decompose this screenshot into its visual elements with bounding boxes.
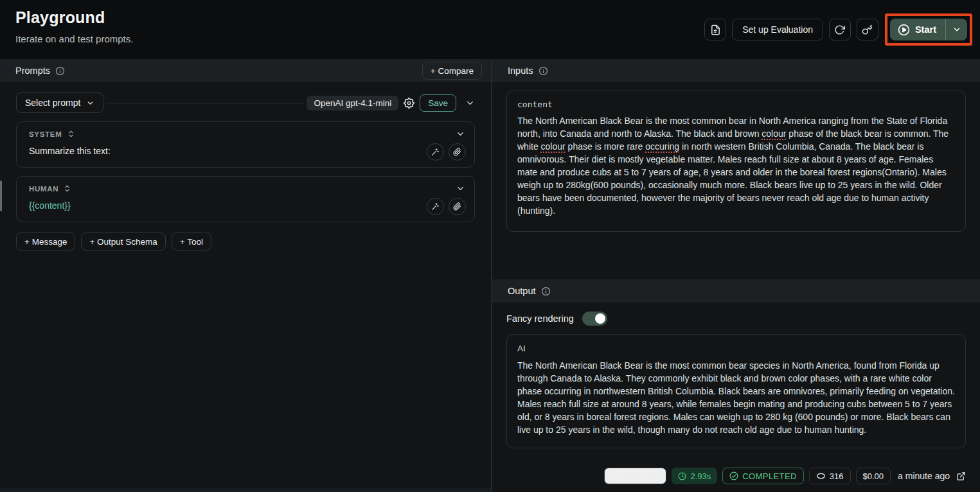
reset-button[interactable]: [829, 19, 851, 40]
token-icon: [816, 472, 826, 480]
human-message-card: HUMAN {{content}}: [16, 176, 475, 222]
token-count: 316: [830, 471, 844, 481]
paperclip-icon: [453, 148, 461, 156]
compare-button[interactable]: + Compare: [422, 62, 482, 80]
model-badge[interactable]: OpenAI gpt-4.1-mini: [307, 96, 398, 110]
add-buttons-row: + Message + Output Schema + Tool: [16, 233, 475, 250]
io-panel: Inputs content The North American Black …: [492, 59, 980, 492]
run-status-row: Annotate 2.93s COMPLETED: [604, 468, 966, 484]
add-output-schema-button[interactable]: + Output Schema: [81, 233, 165, 250]
prompt-toolbar: Select prompt OpenAI gpt-4.1-mini Save: [16, 92, 475, 113]
toolbar-divider: [106, 103, 304, 103]
paperclip-icon: [453, 202, 461, 211]
select-prompt-dropdown[interactable]: Select prompt: [16, 92, 103, 113]
ai-role-label: AI: [517, 344, 955, 353]
start-button-label: Start: [915, 24, 936, 35]
setup-evaluation-button[interactable]: Set up Evaluation: [732, 19, 823, 40]
start-button[interactable]: Start: [890, 19, 945, 40]
select-prompt-label: Select prompt: [25, 98, 80, 108]
input-variable-card[interactable]: content The North American Black Bear is…: [506, 91, 966, 232]
info-icon[interactable]: [539, 66, 548, 76]
role-label: HUMAN: [29, 185, 58, 193]
message-content[interactable]: Summarize this text:: [29, 145, 465, 157]
prompts-panel: Prompts + Compare Select prompt OpenAI g…: [0, 59, 492, 492]
prompts-band: Prompts + Compare: [0, 59, 491, 82]
info-icon[interactable]: [55, 66, 65, 76]
ai-output-text: The North American Black Bear is the mos…: [517, 359, 955, 436]
system-message-card: SYSTEM Summarize this text:: [16, 121, 475, 168]
toggle-knob: [595, 313, 605, 324]
scrollbar-thumb[interactable]: [0, 180, 2, 211]
annotate-label: Annotate: [623, 471, 659, 481]
start-split-button: Start: [890, 19, 967, 40]
cost-badge[interactable]: $0.00: [856, 468, 891, 484]
annotate-button[interactable]: Annotate: [604, 468, 666, 484]
prompt-file-button[interactable]: [704, 19, 726, 40]
output-title: Output: [508, 286, 536, 296]
ai-output-card: AI The North American Black Bear is the …: [506, 334, 966, 448]
output-body: Fancy rendering AI The North American Bl…: [492, 303, 980, 492]
chevron-down-icon: [952, 25, 961, 34]
status-label: COMPLETED: [742, 471, 797, 481]
attachment-button[interactable]: [449, 143, 466, 161]
collapse-message-button[interactable]: [456, 129, 465, 139]
clock-icon: [678, 472, 686, 480]
start-button-highlight: Start: [885, 13, 972, 46]
magic-wand-icon: [431, 202, 440, 211]
latency-value: 2.93s: [690, 471, 711, 481]
top-header: Playground Iterate on and test prompts. …: [0, 0, 980, 59]
page-subtitle: Iterate on and test prompts.: [15, 33, 133, 44]
output-band: Output: [492, 279, 980, 303]
message-role-row: SYSTEM: [29, 129, 465, 139]
latency-badge[interactable]: 2.93s: [672, 468, 717, 484]
external-link-icon[interactable]: [956, 471, 966, 481]
message-role-row: HUMAN: [29, 184, 465, 193]
input-variable-name: content: [517, 100, 955, 109]
attachment-button[interactable]: [449, 198, 466, 215]
refresh-icon: [834, 24, 845, 35]
collapse-message-button[interactable]: [456, 184, 465, 193]
prompts-title: Prompts: [15, 66, 50, 76]
fancy-rendering-row: Fancy rendering: [506, 312, 966, 326]
inputs-title: Inputs: [508, 66, 533, 76]
message-content[interactable]: {{content}}: [29, 199, 465, 212]
model-settings-button[interactable]: [400, 94, 418, 112]
cost-value: $0.00: [863, 471, 884, 481]
role-label: SYSTEM: [29, 130, 62, 138]
check-circle-icon: [729, 471, 738, 480]
prompts-body: Select prompt OpenAI gpt-4.1-mini Save: [0, 82, 491, 492]
message-actions: [427, 143, 466, 161]
secrets-button[interactable]: [857, 19, 878, 40]
input-variable-value[interactable]: The North American Black Bear is the mos…: [517, 114, 955, 217]
pen-icon: [611, 472, 619, 480]
chevron-down-icon: [86, 99, 94, 107]
inputs-band: Inputs: [492, 59, 980, 82]
save-button[interactable]: Save: [420, 94, 456, 112]
message-actions: [427, 198, 466, 215]
gear-icon: [404, 98, 414, 109]
key-icon: [862, 24, 873, 35]
add-message-button[interactable]: + Message: [16, 233, 75, 250]
inputs-body: content The North American Black Bear is…: [492, 82, 980, 279]
reorder-icon[interactable]: [63, 184, 71, 193]
magic-wand-icon: [431, 148, 440, 156]
fancy-rendering-toggle[interactable]: [582, 312, 607, 326]
info-icon[interactable]: [541, 286, 551, 296]
fancy-rendering-label: Fancy rendering: [506, 313, 574, 324]
collapse-toolbar-button[interactable]: [465, 98, 475, 108]
horizontal-scrollbar-track: [0, 488, 491, 492]
token-count-badge[interactable]: 316: [809, 468, 851, 484]
header-actions: Set up Evaluation Start: [704, 0, 972, 59]
page-title: Playground: [15, 8, 105, 27]
improve-prompt-button[interactable]: [427, 198, 444, 215]
status-badge[interactable]: COMPLETED: [722, 468, 804, 484]
file-text-icon: [710, 24, 721, 35]
main-panels: Prompts + Compare Select prompt OpenAI g…: [0, 59, 980, 492]
play-circle-icon: [898, 24, 910, 36]
start-options-button[interactable]: [946, 19, 967, 40]
improve-prompt-button[interactable]: [427, 143, 444, 161]
run-timestamp: a minute ago: [898, 471, 950, 481]
reorder-icon[interactable]: [67, 130, 75, 138]
add-tool-button[interactable]: + Tool: [172, 233, 211, 250]
